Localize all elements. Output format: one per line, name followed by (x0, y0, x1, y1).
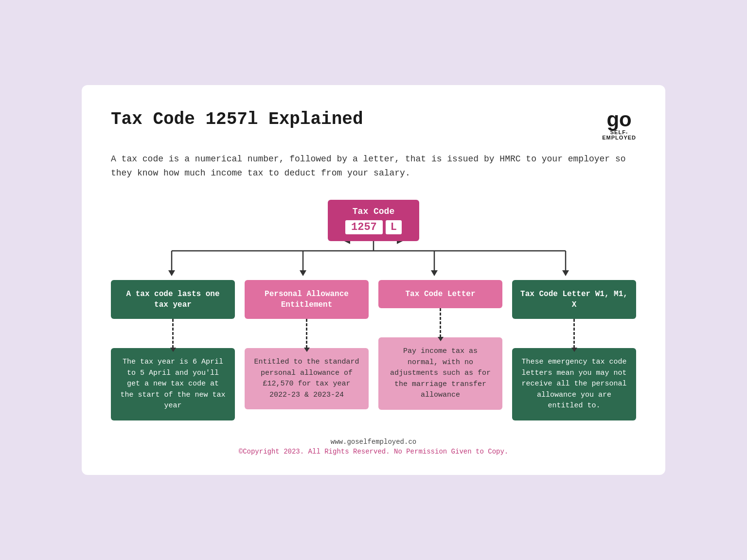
col3-description: Pay income tax as normal, with no adjust… (378, 337, 502, 410)
code-row: 1257 L (345, 220, 402, 234)
column-4: Tax Code Letter W1, M1, X These emergenc… (512, 280, 636, 420)
svg-marker-9 (562, 270, 569, 276)
page-wrapper: Tax Code 1257l Explained go SELF- EMPLOY… (82, 85, 665, 475)
tax-code-box: Tax Code 1257 L (328, 200, 419, 241)
svg-marker-7 (431, 270, 438, 276)
description-text: A tax code is a numerical number, follow… (111, 152, 636, 180)
footer-website: www.goselfemployed.co (111, 438, 636, 446)
logo-go: go (606, 109, 631, 130)
bottom-section: A tax code lasts one tax year The tax ye… (111, 280, 636, 420)
code-letter: L (386, 220, 402, 234)
svg-marker-10 (344, 241, 350, 244)
col3-label: Tax Code Letter (378, 280, 502, 308)
col2-label: Personal Allowance Entitlement (245, 280, 369, 319)
branch-lines (111, 241, 636, 280)
svg-marker-3 (168, 270, 175, 276)
footer-copyright: ©Copyright 2023. All Rights Reserved. No… (111, 448, 636, 455)
column-1: A tax code lasts one tax year The tax ye… (111, 280, 235, 420)
col2-connector (306, 319, 307, 348)
col3-connector (440, 308, 441, 337)
col1-label: A tax code lasts one tax year (111, 280, 235, 319)
logo-sub2: EMPLOYED (602, 135, 636, 140)
col4-description: These emergency tax code letters mean yo… (512, 348, 636, 420)
logo: go SELF- EMPLOYED (602, 109, 636, 140)
col1-connector (172, 319, 174, 348)
col2-description: Entitled to the standard personal allowa… (245, 348, 369, 409)
diagram: Tax Code 1257 L (111, 200, 636, 420)
col4-label: Tax Code Letter W1, M1, X (512, 280, 636, 319)
col1-description: The tax year is 6 April to 5 April and y… (111, 348, 235, 420)
svg-marker-5 (300, 270, 306, 276)
header-row: Tax Code 1257l Explained go SELF- EMPLOY… (111, 109, 636, 140)
column-3: Tax Code Letter Pay income tax as normal… (378, 280, 502, 420)
page-title: Tax Code 1257l Explained (111, 109, 363, 129)
column-2: Personal Allowance Entitlement Entitled … (245, 280, 369, 420)
col4-connector (573, 319, 575, 348)
code-number: 1257 (345, 220, 383, 234)
svg-marker-11 (397, 241, 403, 244)
footer: www.goselfemployed.co ©Copyright 2023. A… (111, 438, 636, 455)
top-area: Tax Code 1257 L (111, 200, 636, 241)
tax-code-label: Tax Code (345, 207, 402, 216)
